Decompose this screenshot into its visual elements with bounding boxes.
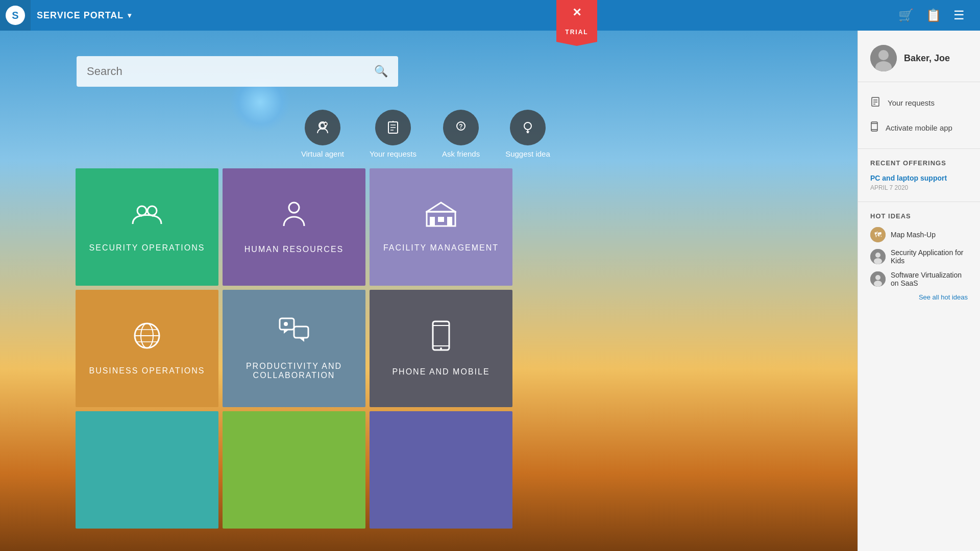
quick-action-your-requests[interactable]: Your requests — [370, 110, 416, 158]
header: S SERVICE PORTAL ▾ 🛒 📋 ☰ — [0, 0, 980, 31]
quick-action-ask-friends[interactable]: ? Ask friends — [442, 110, 480, 158]
hot-idea-security-kids[interactable]: Security Application for Kids — [870, 248, 968, 265]
svg-point-15 — [137, 206, 146, 215]
svg-point-38 — [878, 50, 889, 60]
sidebar-item-your-requests[interactable]: Your requests — [858, 90, 980, 115]
activate-mobile-label: Activate mobile app — [886, 123, 952, 132]
recent-item-date-0: APRIL 7 2020 — [870, 184, 968, 191]
tile-phone-mobile[interactable]: PHONE AND MOBILE — [370, 290, 512, 407]
search-input[interactable] — [87, 65, 368, 78]
human-resources-icon — [281, 201, 307, 235]
chevron-down-icon[interactable]: ▾ — [128, 11, 132, 19]
recent-item-title-0: PC and laptop support — [870, 174, 968, 182]
search-icon[interactable]: 🔍 — [374, 65, 388, 78]
recent-offerings-title: RECENT OFFERINGS — [870, 159, 968, 167]
security-operations-label: SECURITY OPERATIONS — [89, 243, 205, 253]
menu-icon[interactable]: ☰ — [953, 8, 965, 22]
svg-point-50 — [875, 253, 880, 258]
logo[interactable]: S — [0, 0, 31, 31]
productivity-collaboration-icon — [279, 317, 309, 352]
tile-security-operations[interactable]: SECURITY OPERATIONS — [76, 168, 218, 286]
logo-circle: S — [6, 6, 25, 25]
svg-point-53 — [875, 275, 880, 280]
hot-ideas-title: HOT IDEAS — [870, 212, 968, 220]
trial-close-icon[interactable]: ✕ — [556, 0, 597, 26]
tile-human-resources[interactable]: HUMAN RESOURCES — [223, 168, 365, 286]
logo-letter: S — [12, 10, 18, 21]
mobile-icon — [870, 121, 878, 134]
clipboard-icon[interactable]: 📋 — [926, 8, 941, 22]
human-resources-label: HUMAN RESOURCES — [244, 245, 344, 254]
svg-rect-20 — [430, 217, 435, 226]
recent-offerings-section: RECENT OFFERINGS PC and laptop support A… — [858, 149, 980, 202]
svg-point-54 — [874, 281, 882, 287]
hot-ideas-section: HOT IDEAS 🗺 Map Mash-Up Security Applica… — [858, 202, 980, 311]
svg-rect-22 — [438, 217, 444, 222]
svg-marker-19 — [427, 203, 455, 212]
content-area: 🔍 Virtual agent — [0, 31, 857, 551]
business-operations-label: BUSINESS OPERATIONS — [89, 366, 205, 375]
security-operations-icon — [132, 202, 162, 233]
cart-icon[interactable]: 🛒 — [898, 8, 914, 22]
header-actions: 🛒 📋 ☰ — [898, 8, 980, 22]
trial-label: TRIAL — [556, 26, 597, 46]
quick-actions: Virtual agent Your requests — [301, 110, 550, 158]
user-name: Baker, Joe — [904, 53, 950, 64]
user-profile: Baker, Joe — [858, 31, 980, 82]
ask-friends-icon: ? — [443, 110, 479, 145]
quick-action-virtual-agent[interactable]: Virtual agent — [301, 110, 344, 158]
phone-mobile-label: PHONE AND MOBILE — [392, 367, 489, 377]
header-title: SERVICE PORTAL ▾ — [37, 10, 132, 21]
portal-title: SERVICE PORTAL — [37, 10, 124, 21]
hot-idea-label-2: Software Virtualization on SaaS — [891, 271, 968, 287]
facility-management-icon — [426, 202, 456, 233]
sidebar: Baker, Joe Your requests — [857, 31, 980, 551]
tile-productivity-collaboration[interactable]: PRODUCTIVITY AND COLLABORATION — [223, 290, 365, 407]
svg-point-17 — [289, 203, 299, 213]
requests-icon — [870, 96, 880, 109]
main-container: 🔍 Virtual agent — [0, 0, 980, 551]
suggest-idea-label: Suggest idea — [505, 149, 550, 158]
search-box: 🔍 — [77, 56, 398, 87]
facility-management-label: FACILITY MANAGEMENT — [383, 243, 499, 253]
tile-facility-management[interactable]: FACILITY MANAGEMENT — [370, 168, 512, 286]
tile-business-operations[interactable]: BUSINESS OPERATIONS — [76, 290, 218, 407]
svg-point-36 — [440, 347, 442, 349]
svg-rect-30 — [294, 327, 308, 338]
productivity-collaboration-label: PRODUCTIVITY AND COLLABORATION — [223, 362, 365, 380]
tiles-grid: SECURITY OPERATIONS HUMAN RESOURCES — [76, 168, 512, 529]
your-requests-icon — [375, 110, 411, 145]
trial-badge: ✕ TRIAL — [556, 0, 597, 46]
your-requests-menu-label: Your requests — [888, 98, 935, 107]
hot-idea-avatar-0: 🗺 — [870, 227, 886, 242]
tile-row3-col1[interactable] — [76, 411, 218, 529]
virtual-agent-icon — [305, 110, 340, 145]
hot-idea-avatar-1 — [870, 249, 886, 264]
svg-point-51 — [874, 258, 882, 264]
your-requests-label: Your requests — [370, 149, 416, 158]
hot-idea-label-1: Security Application for Kids — [891, 248, 968, 265]
virtual-agent-label: Virtual agent — [301, 149, 344, 158]
see-all-hot-ideas[interactable]: See all hot ideas — [870, 293, 968, 301]
hot-idea-software-virtualization[interactable]: Software Virtualization on SaaS — [870, 271, 968, 287]
phone-mobile-icon — [431, 320, 451, 357]
svg-point-10 — [524, 122, 531, 130]
svg-text:?: ? — [459, 123, 462, 130]
sidebar-menu: Your requests Activate mobile app — [858, 82, 980, 149]
search-container: 🔍 — [77, 56, 398, 87]
hot-idea-label-0: Map Mash-Up — [891, 231, 936, 239]
svg-text:🗺: 🗺 — [874, 231, 881, 239]
suggest-idea-icon — [510, 110, 546, 145]
svg-point-32 — [284, 322, 288, 326]
hot-idea-map-mashup[interactable]: 🗺 Map Mash-Up — [870, 227, 968, 242]
tile-row3-col3[interactable] — [370, 411, 512, 529]
avatar — [870, 45, 897, 71]
business-operations-icon — [133, 322, 161, 356]
sidebar-item-activate-mobile[interactable]: Activate mobile app — [858, 115, 980, 140]
tile-row3-col2[interactable] — [223, 411, 365, 529]
quick-action-suggest-idea[interactable]: Suggest idea — [505, 110, 550, 158]
ask-friends-label: Ask friends — [442, 149, 480, 158]
svg-point-2 — [324, 122, 327, 126]
recent-item-0[interactable]: PC and laptop support APRIL 7 2020 — [870, 174, 968, 191]
hot-idea-avatar-2 — [870, 271, 886, 287]
